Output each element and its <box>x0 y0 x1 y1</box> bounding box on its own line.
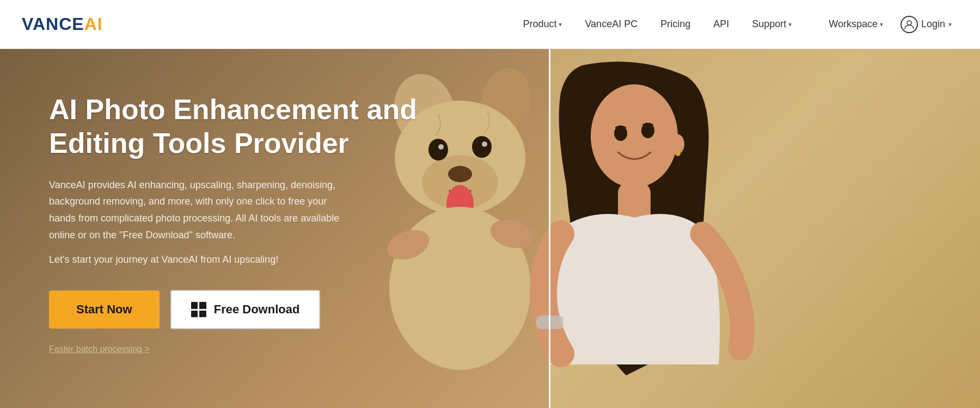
svg-point-14 <box>591 84 678 188</box>
logo-vance-text: VANCE <box>22 14 84 34</box>
login-button[interactable]: Login ▾ <box>894 11 958 38</box>
hero-section: AI Photo Enhancement and Editing Tools P… <box>0 49 980 408</box>
svg-point-9 <box>482 141 487 147</box>
main-nav: Product ▾ VanceAI PC Pricing API Support… <box>514 14 800 34</box>
chevron-down-icon: ▾ <box>880 21 883 28</box>
nav-item-api[interactable]: API <box>705 14 738 34</box>
hero-divider <box>549 49 550 408</box>
svg-point-8 <box>438 144 444 150</box>
svg-point-18 <box>641 123 654 138</box>
chevron-down-icon: ▾ <box>559 21 562 28</box>
svg-point-20 <box>675 151 681 156</box>
nav-item-pricing[interactable]: Pricing <box>652 14 699 34</box>
workspace-button[interactable]: Workspace ▾ <box>822 14 890 34</box>
hero-buttons: Start Now Free Download <box>49 290 419 329</box>
chevron-down-icon: ▾ <box>788 21 792 28</box>
svg-point-17 <box>614 126 627 141</box>
hero-tagline: Let's start your journey at VanceAI from… <box>49 254 419 265</box>
chevron-down-icon: ▾ <box>948 21 952 28</box>
free-download-button[interactable]: Free Download <box>170 290 321 329</box>
svg-point-6 <box>428 139 448 160</box>
svg-point-5 <box>448 166 472 182</box>
nav-item-support[interactable]: Support ▾ <box>743 14 800 34</box>
nav-item-vanceai-pc[interactable]: VanceAI PC <box>576 14 646 34</box>
hero-description: VanceAI provides AI enhancing, upscaling… <box>49 177 354 243</box>
hero-title: AI Photo Enhancement and Editing Tools P… <box>49 92 419 160</box>
hero-content: AI Photo Enhancement and Editing Tools P… <box>49 92 419 354</box>
svg-point-7 <box>472 136 492 158</box>
faster-batch-link[interactable]: Faster batch processing > <box>49 344 150 354</box>
windows-icon <box>191 302 206 317</box>
avatar-icon <box>901 16 918 33</box>
svg-point-0 <box>907 21 911 25</box>
logo[interactable]: VANCE AI <box>22 14 103 34</box>
header: VANCE AI Product ▾ VanceAI PC Pricing AP… <box>0 0 980 49</box>
nav-item-product[interactable]: Product ▾ <box>514 14 571 34</box>
nav-right: Workspace ▾ Login ▾ <box>822 11 958 38</box>
logo-ai-text: AI <box>84 14 103 34</box>
start-now-button[interactable]: Start Now <box>49 290 160 329</box>
